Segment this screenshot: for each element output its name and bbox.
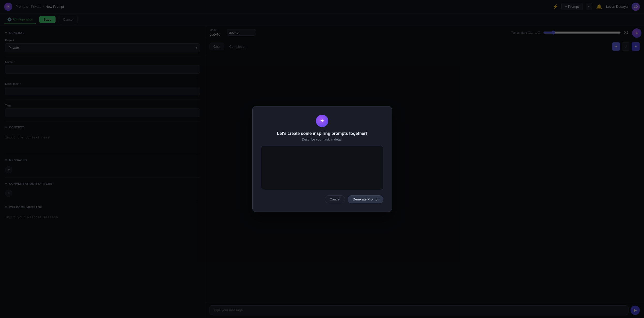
- modal-overlay[interactable]: ✦ Let's create some inspiring prompts to…: [0, 0, 644, 318]
- modal-title: Let's create some inspiring prompts toge…: [261, 131, 383, 136]
- modal-subtitle: Describe your task in detail: [261, 137, 383, 141]
- modal-generate-button[interactable]: Generate Prompt: [348, 195, 383, 203]
- modal-cancel-button[interactable]: Cancel: [325, 195, 345, 203]
- modal-actions: Cancel Generate Prompt: [261, 195, 383, 203]
- generate-prompt-modal: ✦ Let's create some inspiring prompts to…: [252, 106, 392, 212]
- modal-icon: ✦: [316, 115, 328, 127]
- modal-task-input[interactable]: [261, 146, 383, 190]
